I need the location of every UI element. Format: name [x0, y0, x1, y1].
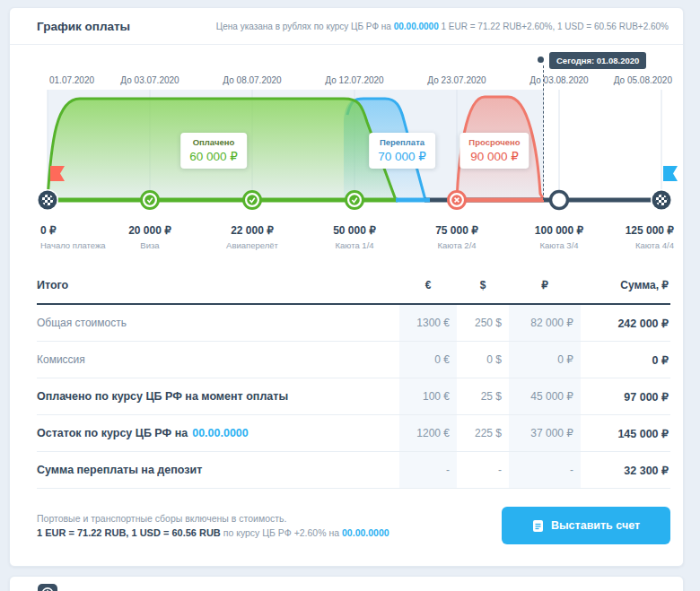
col-header-rub: ₽ [509, 267, 581, 303]
paid-value: 60 000 ₽ [189, 149, 238, 163]
finish-flag-icon [663, 166, 678, 181]
table-row: Сумма переплаты на депозит - - - 32 300 … [37, 452, 670, 489]
table-row: Общая стоимость 1300 € 250 $ 82 000 ₽ 24… [37, 305, 670, 342]
milestone-label: Начало платежа [40, 240, 106, 250]
rate-note: Цена указана в рублях по курсу ЦБ РФ на … [216, 22, 669, 31]
card-header: График оплаты Цена указана в рублях по к… [10, 8, 683, 45]
table-row: Остаток по курсу ЦБ РФ на 00.00.0000 120… [37, 415, 670, 452]
invoice-icon [532, 519, 544, 533]
date-tick: 01.07.2020 [49, 75, 94, 85]
milestone-amount: 20 000 ₽ [128, 224, 171, 237]
date-tick: До 03.08.2020 [529, 75, 588, 85]
cell-rub: 37 000 ₽ [509, 415, 581, 451]
footer-note: Портовые и транспортные сборы включены в… [37, 513, 389, 538]
date-tick: До 23.07.2020 [427, 75, 486, 85]
milestone-amount: 100 000 ₽ [535, 224, 583, 237]
row-label: Общая стоимость [37, 305, 399, 341]
milestone-labels: Начало платежа Виза Авиаперелёт Каюта 1/… [10, 240, 685, 255]
table-row: Комиссия 0 € 0 $ 0 ₽ 0 ₽ [37, 342, 670, 378]
footer-rates-suffix: по курсу ЦБ РФ +2.60% на [223, 527, 339, 538]
payment-schedule-card: График оплаты Цена указана в рублях по к… [9, 7, 684, 567]
today-line [543, 65, 544, 200]
cell-rub: - [509, 452, 581, 488]
overpay-label-box: Переплата 70 000 ₽ [369, 133, 435, 169]
footer-date-link[interactable]: 00.00.0000 [342, 527, 389, 538]
today-dot [538, 56, 544, 63]
overdue-value: 90 000 ₽ [468, 149, 520, 163]
row-label-date-link[interactable]: 00.00.0000 [192, 427, 249, 439]
page-title: График оплаты [37, 20, 130, 33]
table-header-label: Итого [37, 267, 399, 303]
milestone-label: Каюта 3/4 [539, 240, 578, 250]
date-tick: До 03.07.2020 [120, 75, 179, 85]
invoice-button[interactable]: Выставить счет [502, 507, 670, 544]
payment-table: Итого € $ ₽ Сумма, ₽ Общая стоимость 130… [37, 267, 670, 489]
cell-sum: 145 000 ₽ [581, 415, 670, 451]
date-tick: До 12.07.2020 [325, 75, 383, 85]
cell-sum: 32 300 ₽ [581, 452, 670, 488]
milestone-amount: 0 ₽ [40, 224, 57, 237]
milestone-amount: 75 000 ₽ [435, 224, 478, 237]
paid-label: Оплачено [189, 137, 238, 147]
cell-usd: 0 $ [457, 342, 509, 378]
overpay-label: Переплата [378, 137, 426, 147]
table-header-row: Итого € $ ₽ Сумма, ₽ [37, 267, 670, 305]
date-tick: До 05.08.2020 [614, 75, 672, 85]
cell-usd: 25 $ [457, 378, 509, 414]
cell-eur: 100 € [399, 378, 457, 414]
cell-sum: 97 000 ₽ [581, 378, 670, 414]
cell-rub: 0 ₽ [509, 342, 581, 378]
cell-sum: 0 ₽ [581, 342, 670, 378]
payment-timeline-chart: Сегодня: 01.08.2020 01.07.2020 До 03.07.… [10, 52, 683, 222]
row-label: Комиссия [37, 342, 399, 378]
row-label: Оплачено по курсу ЦБ РФ на момент оплаты [37, 378, 399, 414]
milestone-label: Авиаперелёт [226, 240, 278, 250]
milestone-label: Каюта 2/4 [437, 240, 476, 250]
today-badge: Сегодня: 01.08.2020 [549, 52, 646, 69]
cell-usd: 250 $ [457, 305, 509, 341]
milestone-node-pending [551, 192, 568, 209]
history-title: История: [69, 588, 122, 591]
cell-rub: 82 000 ₽ [509, 305, 581, 341]
milestone-amount: 125 000 ₽ [626, 224, 674, 237]
col-header-usd: $ [457, 267, 509, 303]
cell-sum: 242 000 ₽ [581, 305, 670, 341]
card-footer: Портовые и транспортные сборы включены в… [10, 489, 683, 566]
row-label: Остаток по курсу ЦБ РФ на 00.00.0000 [37, 415, 399, 451]
col-header-sum: Сумма, ₽ [581, 267, 670, 303]
footer-note-line2: 1 EUR = 71.22 RUB, 1 USD = 60.56 RUB по … [37, 527, 389, 538]
overdue-label: Просрочено [468, 137, 520, 147]
milestone-amount: 22 000 ₽ [231, 224, 274, 237]
footer-note-line1: Портовые и транспортные сборы включены в… [37, 513, 389, 524]
invoice-button-label: Выставить счет [551, 519, 640, 532]
rate-note-prefix: Цена указана в рублях по курсу ЦБ РФ на [216, 22, 391, 31]
milestone-amount: 50 000 ₽ [333, 224, 376, 237]
footer-rates: 1 EUR = 71.22 RUB, 1 USD = 60.56 RUB [37, 527, 221, 538]
milestone-label: Каюта 1/4 [335, 240, 373, 250]
col-header-eur: € [399, 267, 457, 303]
row-label-text: Остаток по курсу ЦБ РФ на [37, 427, 188, 439]
milestone-node-start [37, 189, 58, 211]
date-tick: До 08.07.2020 [223, 75, 281, 85]
milestone-label: Виза [140, 240, 159, 250]
cell-eur: 1200 € [399, 415, 457, 451]
milestone-node-end [651, 189, 672, 211]
cell-usd: - [457, 452, 509, 488]
rate-note-suffix: 1 EUR = 71.22 RUB+2.60%, 1 USD = 60.56 R… [442, 22, 669, 31]
row-label: Сумма переплаты на депозит [37, 452, 399, 488]
rate-note-date-link[interactable]: 00.00.0000 [394, 22, 439, 31]
paid-label-box: Оплачено 60 000 ₽ [180, 133, 247, 169]
overdue-label-box: Просрочено 90 000 ₽ [459, 133, 529, 169]
cell-eur: 1300 € [399, 305, 457, 341]
milestone-node-overdue [449, 192, 466, 209]
cell-usd: 225 $ [457, 415, 509, 451]
cell-eur: - [399, 452, 457, 488]
cell-rub: 45 000 ₽ [509, 378, 581, 414]
overpay-value: 70 000 ₽ [378, 149, 426, 163]
history-icon [37, 583, 58, 591]
history-section[interactable]: История: Создан 23.10.2019 19:44 ▲ [9, 576, 684, 591]
timeline-graphic [39, 88, 662, 222]
milestone-amounts: 0 ₽ 20 000 ₽ 22 000 ₽ 50 000 ₽ 75 000 ₽ … [10, 224, 685, 240]
milestone-label: Каюта 4/4 [635, 240, 674, 250]
table-row: Оплачено по курсу ЦБ РФ на момент оплаты… [37, 378, 670, 415]
